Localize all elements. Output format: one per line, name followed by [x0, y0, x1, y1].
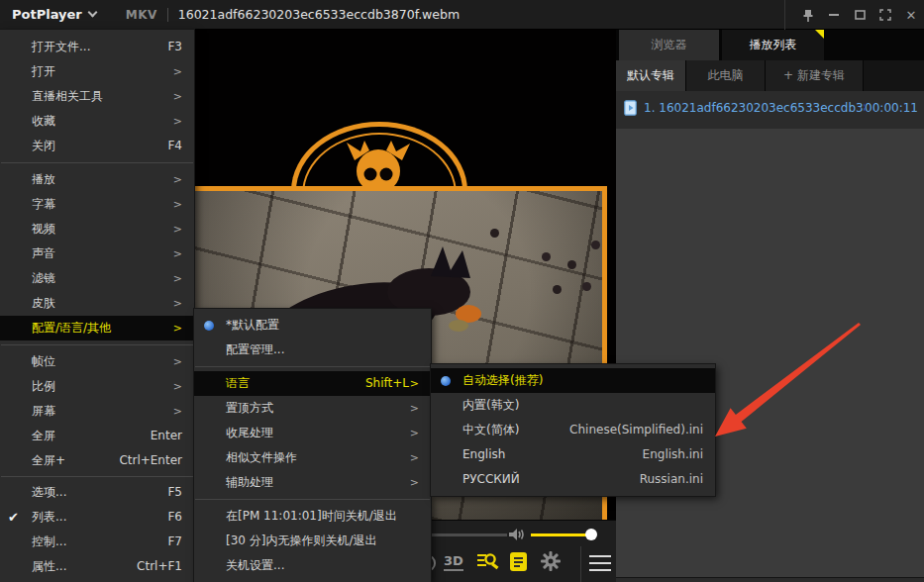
album-tab-this-pc[interactable]: 此电脑: [686, 60, 766, 91]
playlist-item[interactable]: 1. 16021adf66230203ec6533eccdb3870f.we..…: [616, 95, 924, 121]
menu-item-open[interactable]: 打开: [0, 59, 194, 84]
menu-item-aspect-ratio[interactable]: 比例: [0, 374, 194, 399]
submenu-arrow-icon: [172, 59, 182, 84]
submenu-arrow-icon: [409, 396, 419, 421]
app-menu-button[interactable]: PotPlayer: [12, 7, 96, 22]
menu-item-audio[interactable]: 声音: [0, 242, 194, 266]
maximize-button[interactable]: [847, 0, 873, 30]
menu-item-playlist[interactable]: ✔列表...F6: [0, 505, 194, 530]
codec-badge: MKV: [126, 8, 157, 22]
pin-icon: [802, 9, 814, 22]
checkmark-icon: ✔: [8, 505, 19, 530]
volume-knob[interactable]: [585, 529, 597, 540]
tab-playlist[interactable]: 播放列表: [722, 30, 824, 60]
title-divider: [167, 8, 168, 22]
submenu-item-language[interactable]: 语言Shift+L: [194, 371, 431, 396]
submenu-arrow-icon: [409, 421, 419, 445]
menu-item-favorites[interactable]: 收藏: [0, 109, 194, 134]
album-tab-new[interactable]: + 新建专辑: [766, 60, 864, 91]
submenu-arrow-icon: [172, 192, 182, 217]
fullscreen-icon: [879, 9, 891, 21]
menu-item-properties[interactable]: 属性...Ctrl+F1: [0, 554, 194, 579]
window-controls: ✕: [784, 0, 924, 30]
submenu-item-shutdown-settings[interactable]: 关机设置...: [194, 553, 431, 578]
radio-selected-icon: [441, 376, 451, 386]
fullscreen-button[interactable]: [873, 0, 898, 30]
3d-button[interactable]: 3D: [444, 553, 463, 571]
submenu-item-config-manager[interactable]: 配置管理...: [194, 338, 431, 362]
album-tabs: 默认专辑 此电脑 + 新建专辑: [616, 60, 924, 91]
minimize-button[interactable]: [821, 0, 847, 30]
playlist-area: 1. 16021adf66230203ec6533eccdb3870f.we..…: [616, 91, 924, 577]
menu-item-playback[interactable]: 播放: [0, 167, 194, 192]
submenu-item-always-on-top[interactable]: 置顶方式: [194, 396, 431, 421]
menu-hamburger-button[interactable]: [589, 555, 611, 576]
playlist-panel: 浏览器 播放列表 默认专辑 此电脑 + 新建专辑 1.: [616, 30, 924, 582]
playlist-search-icon[interactable]: [477, 551, 499, 571]
maximize-icon: [855, 10, 866, 20]
menu-item-subtitles[interactable]: 字幕: [0, 192, 194, 217]
menu-item-frame[interactable]: 帧位: [0, 349, 194, 374]
radio-selected-icon: [204, 321, 214, 331]
submenu-arrow-icon: [172, 217, 182, 242]
control-divider: [580, 546, 581, 582]
menu-item-screen[interactable]: 屏幕: [0, 399, 194, 424]
submenu-item-default-config[interactable]: *默认配置: [194, 313, 431, 338]
submenu-arrow-icon: [172, 84, 182, 109]
menu-item-video[interactable]: 视频: [0, 217, 194, 242]
menu-item-fullscreen[interactable]: 全屏Enter: [0, 424, 194, 448]
menu-item-fullscreen-plus[interactable]: 全屏+Ctrl+Enter: [0, 448, 194, 473]
playlist-item-duration: 00:00:11: [865, 101, 918, 115]
submenu-item-shutdown-time[interactable]: 在[PM 11:01:01]时间关机/退出: [194, 504, 431, 529]
potplayer-window: 3D: [0, 0, 924, 582]
menu-item-open-file[interactable]: 打开文件...F3: [0, 35, 194, 59]
submenu-arrow-icon: [409, 371, 419, 396]
chevron-down-icon: [87, 8, 97, 18]
language-item-built-in-korean[interactable]: 内置(韩文): [431, 393, 715, 418]
menu-item-controls[interactable]: 控制...F7: [0, 530, 194, 554]
language-item-english[interactable]: EnglishEnglish.ini: [431, 442, 715, 467]
menu-item-filters[interactable]: 滤镜: [0, 266, 194, 291]
gear-icon[interactable]: [541, 551, 561, 571]
tab-browser[interactable]: 浏览器: [619, 30, 719, 60]
submenu-arrow-icon: [172, 349, 182, 374]
title-bar: PotPlayer MKV 16021adf66230203ec6533eccd…: [0, 0, 924, 30]
menu-separator: [1, 476, 193, 477]
menu-item-close[interactable]: 关闭F4: [0, 134, 194, 158]
main-context-menu: 打开文件...F3 打开 直播相关工具 收藏 关闭F4 播放 字幕 视频 声音 …: [0, 30, 194, 582]
menu-item-config-language-misc[interactable]: 配置/语言/其他: [0, 316, 194, 340]
pin-button[interactable]: [795, 0, 821, 30]
language-item-chinese-simplified[interactable]: 中文(简体)Chinese(Simplified).ini: [431, 418, 715, 442]
menu-item-options[interactable]: 选项...F5: [0, 480, 194, 505]
submenu-item-auxiliary[interactable]: 辅助处理: [194, 470, 431, 495]
menu-separator: [195, 366, 430, 367]
speaker-icon[interactable]: [507, 527, 525, 542]
panel-tabs: 浏览器 播放列表: [616, 30, 924, 60]
volume-slider[interactable]: [531, 534, 592, 536]
language-item-russian[interactable]: РУССКИЙRussian.ini: [431, 467, 715, 492]
language-item-auto-select[interactable]: 自动选择(推荐): [431, 368, 715, 393]
menu-item-live-tools[interactable]: 直播相关工具: [0, 84, 194, 109]
submenu-arrow-icon: [172, 374, 182, 399]
game-arch-graphic: [291, 122, 467, 191]
subtitle-icon[interactable]: [509, 551, 528, 572]
close-icon: ✕: [906, 8, 917, 23]
menu-item-skins[interactable]: 皮肤: [0, 291, 194, 316]
submenu-item-similar-files[interactable]: 相似文件操作: [194, 445, 431, 470]
submenu-arrow-icon: [172, 399, 182, 424]
submenu-arrow-icon: [172, 242, 182, 266]
playlist-footer: 添加 删除 排序: [616, 577, 924, 582]
menu-separator: [1, 344, 193, 345]
submenu-arrow-icon: [172, 266, 182, 291]
close-button[interactable]: ✕: [898, 0, 924, 30]
window-title-filename: 16021adf66230203ec6533eccdb3870f.webm: [178, 7, 460, 22]
submenu-item-shutdown-idle[interactable]: [30 分]内无操作则关机/退出: [194, 529, 431, 553]
window-controls-divider: [784, 0, 785, 30]
submenu-arrow-icon: [172, 316, 182, 340]
playlist-row-strip: 1. 16021adf66230203ec6533eccdb3870f.we..…: [616, 91, 924, 129]
app-name: PotPlayer: [12, 7, 82, 22]
submenu-arrow-icon: [409, 470, 419, 495]
album-tab-default[interactable]: 默认专辑: [616, 60, 686, 91]
game-marbles: [194, 191, 202, 200]
submenu-item-playback-end[interactable]: 收尾处理: [194, 421, 431, 445]
